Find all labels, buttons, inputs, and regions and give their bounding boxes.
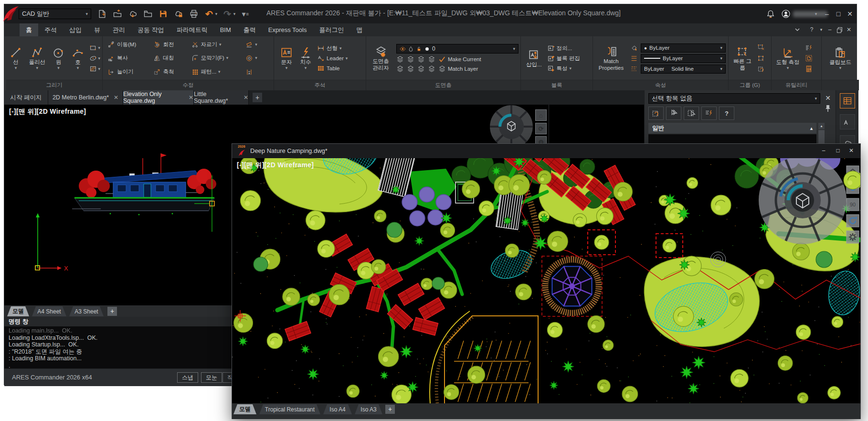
- new-sheet-button[interactable]: +: [385, 405, 395, 414]
- layer-unlock-icon[interactable]: [428, 65, 435, 73]
- status-toggle-1[interactable]: 스냅: [177, 372, 198, 383]
- notifications-button[interactable]: [764, 8, 777, 20]
- doc-tab-3[interactable]: Elevation Only Square.dwg✕: [123, 90, 194, 105]
- mdi-minimize-button[interactable]: –: [826, 25, 834, 34]
- ribbon-tab-주석[interactable]: 주석: [38, 23, 63, 36]
- ribbon-tab-공동-작업[interactable]: 공동 작업: [131, 23, 170, 36]
- account-caret[interactable]: ▾: [813, 8, 819, 20]
- table-tool[interactable]: Table: [317, 65, 348, 72]
- panel-section-general[interactable]: 일반 ▴: [648, 123, 816, 133]
- lineweight-icon[interactable]: [630, 54, 638, 62]
- layer-thaw-icon[interactable]: [417, 65, 425, 73]
- minimize-button[interactable]: –: [822, 8, 832, 20]
- ribbon-tab-뷰[interactable]: 뷰: [88, 23, 106, 36]
- dimension-tool[interactable]: 치수▾: [298, 45, 313, 71]
- ribbon-tab-파라메트릭[interactable]: 파라메트릭: [170, 23, 214, 36]
- ribbon-tab-플러그인[interactable]: 플러그인: [313, 23, 350, 36]
- select-page-icon[interactable]: [805, 54, 813, 62]
- ribbon-tab-Express-Tools[interactable]: Express Tools: [262, 23, 313, 36]
- new-file-button[interactable]: [96, 8, 108, 20]
- quick-select-button[interactable]: [701, 107, 717, 120]
- insert-block-button[interactable]: 삽입...: [525, 48, 543, 69]
- lineweight-selector[interactable]: ByLayer▾: [641, 54, 726, 63]
- quick-calc-icon[interactable]: [805, 44, 813, 52]
- group-select-icon[interactable]: [757, 65, 765, 73]
- maximize-button[interactable]: □: [833, 8, 844, 20]
- print-button[interactable]: [188, 8, 200, 20]
- match-layer-button[interactable]: Match Layer: [438, 65, 478, 73]
- edit-group-icon[interactable]: [757, 54, 765, 62]
- fillet-tool[interactable]: 모깍기(F)▾: [191, 54, 240, 62]
- new-doc-tab-button[interactable]: +: [253, 93, 262, 102]
- close-button[interactable]: ✕: [845, 8, 855, 20]
- sheet-tab-모델[interactable]: 모델: [233, 404, 256, 414]
- select-window-button[interactable]: [684, 107, 699, 120]
- linear-dim-tool[interactable]: 선형▾: [317, 44, 348, 52]
- undo-caret[interactable]: ▾: [213, 8, 219, 20]
- spacing-tool[interactable]: [245, 68, 269, 76]
- sheet-tab-Iso-A3[interactable]: Iso A3: [355, 404, 382, 414]
- new-sheet-button[interactable]: +: [107, 307, 117, 316]
- rotate-tool[interactable]: 회전: [153, 41, 185, 48]
- float-minimize-button[interactable]: –: [817, 146, 830, 155]
- layer-manager-button[interactable]: 도면층 관리자: [368, 44, 393, 72]
- redo-caret[interactable]: ▾: [232, 8, 237, 20]
- ribbon-help-button[interactable]: ?: [807, 25, 816, 34]
- clipboard-button[interactable]: 클립보드▾: [828, 45, 853, 71]
- measure-button[interactable]: 도형 측정▾: [773, 45, 802, 71]
- line-tool[interactable]: 선▾: [8, 45, 23, 71]
- doc-tab-close-icon[interactable]: ✕: [189, 94, 193, 101]
- open-file-button[interactable]: [111, 8, 124, 20]
- panel-pin-button[interactable]: [825, 105, 831, 114]
- canvas-home-button[interactable]: ⌂: [535, 109, 547, 121]
- explode-tool[interactable]: ▾: [245, 54, 269, 62]
- ungroup-icon[interactable]: [757, 43, 765, 51]
- viewport-label[interactable]: [-][맨 위][2D Wireframe]: [9, 108, 86, 116]
- stretch-tool[interactable]: 늘이기: [107, 68, 148, 76]
- calculator-icon[interactable]: [805, 65, 813, 73]
- site-plan-canvas[interactable]: 90 [-][맨 위][2D Wireframe]: [232, 158, 860, 403]
- layer-freeze2-icon[interactable]: [417, 55, 425, 63]
- hatch-tool[interactable]: ▾: [89, 65, 100, 73]
- ribbon-collapse-button[interactable]: [793, 25, 802, 34]
- floating-titlebar[interactable]: 2026 Deep Nature Camping.dwg* – □ ✕: [232, 144, 860, 158]
- panel-close-button[interactable]: ✕: [824, 94, 832, 102]
- mirror-tool[interactable]: 대칭: [153, 54, 185, 62]
- customize-toolbar-button[interactable]: ▾≡: [239, 8, 252, 20]
- doc-tab-close-icon[interactable]: ✕: [114, 94, 118, 101]
- rectangle-tool[interactable]: ▾: [89, 44, 100, 52]
- ribbon-tab-관리[interactable]: 관리: [106, 23, 131, 36]
- block-attributes-button[interactable]: 특성▾: [547, 65, 580, 72]
- ellipse-tool[interactable]: ▾: [89, 54, 100, 62]
- open-folder-button[interactable]: [142, 8, 154, 20]
- select-cycle-button[interactable]: [648, 107, 664, 120]
- float-viewport-label[interactable]: [-][맨 위][2D Wireframe]: [237, 161, 314, 170]
- match-properties-button[interactable]: Match Properties: [595, 44, 627, 72]
- erase-tool[interactable]: ▾: [245, 41, 269, 48]
- layer-lock2-icon[interactable]: [428, 55, 435, 63]
- cloud-download-button[interactable]: [127, 8, 139, 20]
- leader-tool[interactable]: Leader▾: [317, 54, 348, 62]
- floating-drawing-window[interactable]: 2026 Deep Nature Camping.dwg* – □ ✕ 90 […: [232, 143, 861, 419]
- palette-tab-annotation[interactable]: [840, 114, 855, 130]
- float-close-button[interactable]: ✕: [845, 146, 857, 155]
- sheet-tab-A3-Sheet[interactable]: A3 Sheet: [69, 306, 104, 316]
- account-button[interactable]: [780, 8, 792, 20]
- ribbon-help-caret[interactable]: ▾: [817, 25, 826, 34]
- save-button[interactable]: [157, 8, 169, 20]
- scale-tool[interactable]: 축척: [153, 68, 185, 76]
- move-tool[interactable]: 이동(M): [107, 41, 148, 48]
- panel-help-button[interactable]: ?: [719, 107, 734, 120]
- trim-tool[interactable]: 자르기▾: [191, 41, 240, 48]
- ribbon-tab-BIM[interactable]: BIM: [214, 23, 237, 36]
- quick-group-button[interactable]: 빠른 그룹: [730, 44, 754, 72]
- color-selector[interactable]: ●ByLayer▾: [641, 43, 726, 53]
- sheet-tab-Tropical-Restaurant[interactable]: Tropical Restaurant: [259, 404, 320, 414]
- ribbon-tab-홈[interactable]: 홈: [20, 23, 38, 36]
- linetype-icon[interactable]: [630, 65, 638, 73]
- workspace-selector[interactable]: CAD 일반 ▾: [19, 9, 91, 19]
- sheet-tab-Iso-A4[interactable]: Iso A4: [323, 404, 352, 414]
- ribbon-tab-출력[interactable]: 출력: [237, 23, 262, 36]
- status-toggle-2[interactable]: 모눈: [201, 372, 222, 383]
- text-tool[interactable]: 문자▾: [279, 45, 294, 71]
